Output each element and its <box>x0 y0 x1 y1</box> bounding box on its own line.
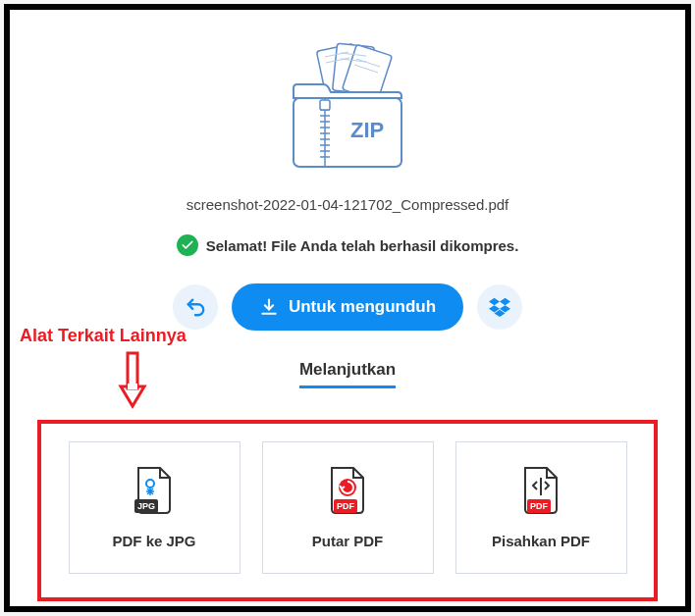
svg-rect-23 <box>128 353 137 388</box>
dropbox-icon <box>489 296 510 318</box>
svg-rect-21 <box>320 100 330 110</box>
retry-button[interactable] <box>173 284 218 330</box>
tool-pdf-to-jpg[interactable]: JPG PDF ke JPG <box>69 441 241 574</box>
tool-rotate-pdf[interactable]: PDF Putar PDF <box>262 441 434 574</box>
rotate-pdf-icon: PDF <box>326 466 369 515</box>
svg-text:PDF: PDF <box>530 501 549 511</box>
download-icon <box>259 297 279 317</box>
svg-rect-24 <box>128 384 137 389</box>
svg-text:JPG: JPG <box>137 501 155 511</box>
filename-text: screenshot-2022-01-04-121702_Compressed.… <box>187 196 509 213</box>
related-tools-box: JPG PDF ke JPG PDF Putar PDF <box>37 420 658 601</box>
check-icon <box>177 234 198 256</box>
zip-folder-illustration: ZIP <box>274 39 421 177</box>
success-text: Selamat! File Anda telah berhasil dikomp… <box>206 237 519 254</box>
continue-tab[interactable]: Melanjutkan <box>299 360 396 388</box>
download-button-label: Untuk mengunduh <box>289 297 436 317</box>
download-button[interactable]: Untuk mengunduh <box>232 283 463 331</box>
pdf-to-jpg-icon: JPG <box>133 466 176 515</box>
svg-text:ZIP: ZIP <box>350 118 384 142</box>
svg-rect-9 <box>294 98 401 167</box>
tool-label: Pisahkan PDF <box>492 533 590 549</box>
dropbox-button[interactable] <box>477 284 522 330</box>
undo-icon <box>185 296 206 318</box>
annotation-label: Alat Terkait Lainnya <box>20 326 187 346</box>
action-row: Untuk mengunduh <box>173 283 522 331</box>
split-pdf-icon: PDF <box>519 466 562 515</box>
tool-label: Putar PDF <box>312 533 384 549</box>
tool-split-pdf[interactable]: PDF Pisahkan PDF <box>455 441 627 574</box>
svg-text:PDF: PDF <box>337 501 355 511</box>
tool-label: PDF ke JPG <box>112 533 195 549</box>
success-message-row: Selamat! File Anda telah berhasil dikomp… <box>177 234 519 256</box>
annotation-arrow-icon <box>118 351 147 410</box>
